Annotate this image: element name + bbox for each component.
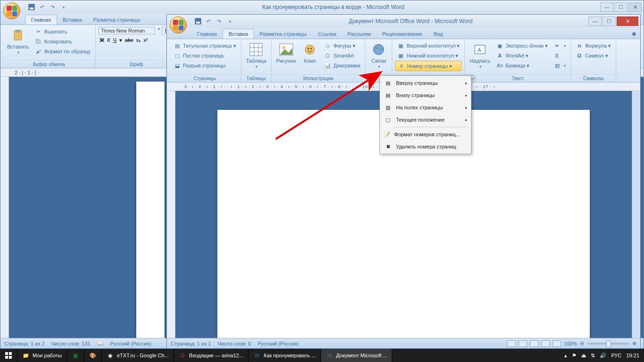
ruler-vertical-fg[interactable] (167, 91, 175, 338)
underline-button[interactable]: Ч (113, 37, 116, 43)
zoom-in[interactable]: ⊕ (632, 340, 636, 346)
dropcap-button[interactable]: A≡Буквица ▾ (494, 61, 550, 70)
date-button[interactable]: 🗓 (552, 51, 568, 60)
office-button-fg[interactable] (170, 16, 187, 33)
menu-page-margins[interactable]: ▥На полях страницы▸ (381, 101, 470, 114)
strike-button[interactable]: abc (125, 37, 133, 43)
tab-layout-bg[interactable]: Разметка страницы (88, 15, 146, 25)
view-fullscreen[interactable] (519, 340, 527, 347)
picture-button[interactable]: Рисунок (274, 41, 298, 74)
minimize-button-fg[interactable]: — (588, 16, 602, 26)
tab-review[interactable]: Рецензирование (377, 29, 428, 39)
blank-page-button[interactable]: ▢Пустая страница (172, 51, 238, 60)
zoom-value[interactable]: 100% (564, 341, 577, 346)
tab-view[interactable]: Вид (428, 29, 449, 39)
undo-icon[interactable]: ↶ (38, 3, 46, 11)
tray-clock[interactable]: 19:21 (626, 353, 639, 358)
shapes-button[interactable]: ◇Фигуры ▾ (322, 41, 362, 50)
qat-dropdown-icon[interactable]: ▾ (226, 17, 234, 25)
cover-page-button[interactable]: ▤Титульная страница ▾ (172, 41, 238, 50)
tray-lang[interactable]: РУС (611, 353, 621, 358)
menu-top-of-page[interactable]: ▤Вверху страницы▸ (381, 77, 470, 89)
smartart-button[interactable]: ⬡SmartArt (322, 51, 362, 60)
font-name-select[interactable]: Times New Roman (99, 27, 155, 34)
taskbar-item-excel[interactable]: ▦ (67, 349, 84, 362)
status-page[interactable]: Страница: 1 из 1 (171, 341, 211, 346)
clip-button[interactable]: Клип (299, 41, 320, 74)
menu-remove-page-numbers[interactable]: ✖Удалить номера страниц (381, 140, 470, 153)
tab-references[interactable]: Ссылки (313, 29, 342, 39)
italic-button[interactable]: К (107, 37, 110, 43)
quickparts-button[interactable]: ▣Экспресс-блоки ▾ (494, 41, 550, 50)
close-button-fg[interactable]: ✕ (617, 16, 638, 26)
header-button[interactable]: ▦Верхний колонтитул ▾ (395, 41, 462, 50)
copy-button[interactable]: ⿻Копировать (33, 37, 93, 46)
tray-up-icon[interactable]: ▴ (564, 353, 567, 359)
globe-icon (371, 42, 386, 57)
tray-volume-icon[interactable]: 🔊 (600, 353, 606, 359)
qat-dropdown-icon[interactable]: ▾ (60, 3, 67, 11)
status-lang-bg[interactable]: Русский (Россия) (110, 341, 151, 346)
scrollbar-vertical[interactable] (632, 91, 640, 338)
paste-button[interactable]: Вставить▾ (5, 27, 31, 60)
page-break-button[interactable]: ⬓Разрыв страницы (172, 61, 238, 70)
save-icon[interactable] (28, 3, 35, 11)
chart-button[interactable]: 📊Диаграмма (322, 61, 362, 70)
redo-icon[interactable]: ↷ (49, 3, 56, 11)
maximize-button-fg[interactable]: ☐ (603, 16, 616, 26)
view-outline[interactable] (541, 340, 550, 347)
tab-layout[interactable]: Разметка страницы (254, 29, 313, 39)
start-button[interactable] (0, 349, 17, 362)
taskbar-item-opera[interactable]: OВходящие — arina12... (174, 349, 248, 362)
subscript-button[interactable]: x₂ (136, 37, 141, 43)
zoom-slider[interactable] (587, 343, 629, 345)
status-words-bg[interactable]: Число слов: 131 (51, 341, 91, 346)
sig-button[interactable]: ✒▾ (552, 41, 568, 50)
tray-flag-icon[interactable]: ⚑ (572, 353, 577, 359)
page-number-button[interactable]: #Номер страницы ▾ (395, 61, 462, 71)
superscript-button[interactable]: x² (143, 37, 148, 43)
taskbar-item-chrome[interactable]: ◉eTXT.ru - Google Ch... (102, 349, 174, 362)
close-button-bg[interactable]: ✕ (628, 2, 642, 12)
menu-current-position[interactable]: ▢Текущее положение▸ (381, 114, 470, 126)
save-icon[interactable] (194, 17, 202, 25)
status-lang[interactable]: Русский (Россия) (257, 341, 298, 346)
links-button[interactable]: Связи▾ (368, 41, 389, 74)
tray-network-icon[interactable]: ⇅ (591, 353, 595, 359)
view-draft[interactable] (553, 340, 561, 347)
taskbar-item-word1[interactable]: WКак пронумеровать ... (248, 349, 321, 362)
wordart-button[interactable]: AWordArt ▾ (494, 51, 550, 60)
redo-icon[interactable]: ↷ (215, 17, 223, 25)
status-words[interactable]: Число слов: 0 (218, 341, 251, 346)
zoom-out[interactable]: ⊖ (580, 340, 584, 346)
minimize-button-bg[interactable]: — (600, 2, 613, 12)
menu-bottom-of-page[interactable]: ▤Внизу страницы▸ (381, 89, 470, 101)
view-print-layout[interactable] (507, 340, 516, 347)
taskbar-item-paint[interactable]: 🎨 (84, 349, 102, 362)
status-page-bg[interactable]: Страница: 1 из 2 (4, 341, 45, 346)
proofing-icon[interactable]: 📖 (97, 340, 104, 346)
help-icon[interactable]: ◉ (628, 29, 640, 39)
taskbar-item-folder[interactable]: 📁Мои работы (17, 349, 67, 362)
cut-button[interactable]: ✂Вырезать (33, 27, 93, 36)
object-button[interactable]: ▧▾ (552, 61, 568, 70)
tab-home-bg[interactable]: Главная (25, 15, 57, 25)
undo-icon[interactable]: ↶ (205, 17, 212, 25)
office-button-bg[interactable] (3, 2, 20, 19)
footer-button[interactable]: ▦Нижний колонтитул ▾ (395, 51, 462, 60)
symbol-button[interactable]: ΩСимвол ▾ (574, 51, 613, 60)
view-web[interactable] (530, 340, 538, 347)
tab-insert-bg[interactable]: Вставка (57, 15, 88, 25)
equation-button[interactable]: πФормула ▾ (574, 41, 613, 50)
textbox-button[interactable]: AНадпись▾ (468, 41, 492, 74)
bold-button[interactable]: Ж (99, 37, 104, 43)
tray-safely-remove-icon[interactable]: ⏏ (581, 353, 586, 359)
tab-mailings[interactable]: Рассылки (342, 29, 376, 39)
maximize-button-bg[interactable]: ☐ (614, 2, 627, 12)
format-painter-button[interactable]: 🖌Формат по образцу (33, 47, 93, 56)
tab-insert[interactable]: Вставка (223, 29, 254, 39)
table-button[interactable]: Таблица▾ (244, 41, 268, 74)
tab-home[interactable]: Главная (191, 29, 223, 39)
taskbar-item-word2[interactable]: WДокумент Microsoft ... (321, 349, 393, 362)
menu-format-page-numbers[interactable]: 📝Формат номеров страниц... (381, 128, 470, 140)
